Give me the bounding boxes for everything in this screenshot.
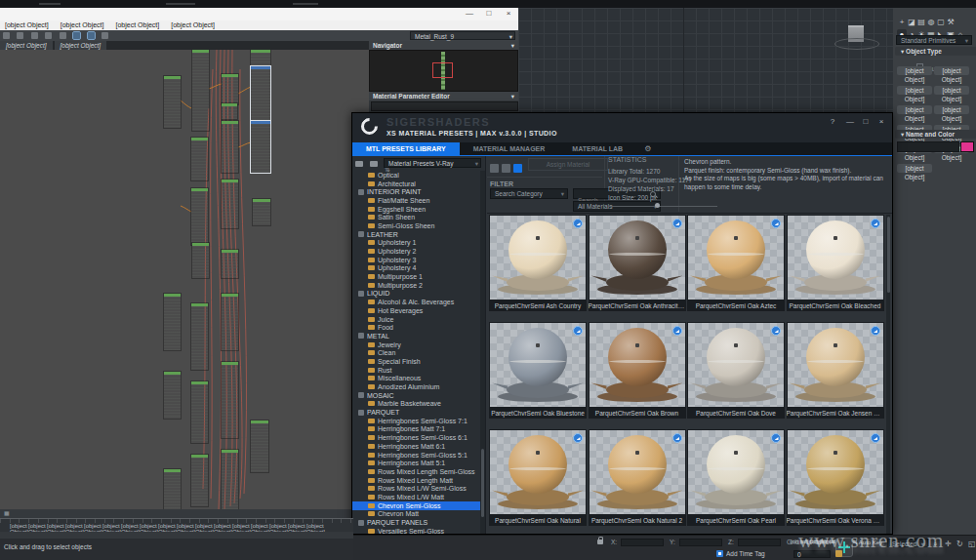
map-node[interactable] — [191, 381, 208, 443]
dialog-minimize-icon[interactable]: — — [843, 117, 857, 127]
tree-row[interactable]: Miscellaneous — [352, 375, 480, 383]
parameter-editor-header[interactable]: Material Parameter Editor▾ — [369, 92, 518, 100]
map-node[interactable] — [191, 303, 208, 370]
material-thumbnail[interactable] — [787, 322, 884, 408]
tree-row[interactable]: Special Finish — [352, 357, 480, 366]
slate-menu-item[interactable]: [object Object] — [171, 20, 215, 30]
primitive-button[interactable]: [object Object] — [897, 66, 932, 75]
tree-row[interactable]: Versailles Semi-Gloss — [352, 527, 480, 534]
material-thumbnail[interactable] — [589, 429, 686, 515]
show-map-icon[interactable] — [45, 32, 52, 39]
collapse-folders-icon[interactable] — [355, 161, 363, 167]
slate-minimize-icon[interactable]: — — [460, 8, 479, 19]
tree-row[interactable]: Herringbones Matt 5:1 — [352, 459, 480, 467]
map-node[interactable] — [222, 450, 238, 509]
map-node[interactable] — [191, 188, 208, 245]
tree-row[interactable]: Anodized Aluminium — [352, 382, 480, 391]
node-canvas[interactable] — [0, 50, 369, 509]
material-cell[interactable]: ParquetChvrSemi Oak Dove — [687, 322, 785, 419]
list-view-icon[interactable] — [502, 164, 510, 173]
slate-titlebar[interactable]: × □ — — [0, 8, 518, 20]
tree-scrollbar-thumb[interactable] — [481, 449, 484, 517]
tree-row[interactable]: Rows Mixed Length Matt — [352, 476, 480, 485]
tree-row[interactable]: Herringbones Semi-Gloss 5:1 — [352, 451, 480, 460]
x-coordinate-field[interactable] — [621, 539, 664, 546]
tree-row[interactable]: Herringbones Matt 6:1 — [352, 442, 480, 451]
material-node[interactable] — [251, 121, 270, 173]
tree-row[interactable]: Chevron Semi-Gloss — [352, 501, 480, 510]
material-thumbnail[interactable] — [489, 429, 587, 515]
grid-view-icon[interactable] — [490, 164, 499, 173]
material-cell[interactable]: ParquetChvrSemi Oak Bluestone — [489, 322, 587, 419]
assign-material-button[interactable]: Assign Material — [528, 158, 608, 171]
tree-row[interactable]: Juice — [352, 315, 480, 324]
icon-size-slider-thumb[interactable] — [655, 203, 660, 208]
search-category-dropdown[interactable]: Search Category▾ — [490, 188, 568, 199]
tree-row[interactable]: METAL — [352, 332, 480, 340]
slate-material-dropdown[interactable]: Metal_Rust_9▾ — [410, 31, 515, 40]
tree-row[interactable]: Upholstery 4 — [352, 264, 480, 273]
material-cell[interactable]: ParquetChvrSemi Oak Pearl — [687, 429, 785, 526]
tree-row[interactable]: Multipurpose 2 — [352, 281, 480, 290]
tree-row[interactable]: LIQUID — [352, 290, 480, 299]
scene-object-plane[interactable] — [834, 38, 879, 50]
tree-row[interactable]: Herringbones Matt 7:1 — [352, 425, 480, 434]
assign-mode-icon[interactable] — [513, 164, 522, 173]
icon-size-slider[interactable] — [608, 206, 717, 207]
map-node[interactable] — [253, 199, 270, 225]
material-thumbnail[interactable] — [787, 215, 884, 300]
map-node[interactable] — [251, 420, 268, 472]
dialog-tab[interactable]: MATERIAL LAB — [558, 142, 636, 155]
tree-row[interactable]: Multipurpose 1 — [352, 272, 480, 281]
add-time-tag-label[interactable]: Add Time Tag — [726, 550, 765, 557]
material-thumbnail[interactable] — [489, 322, 587, 408]
tree-row[interactable]: Hot Beverages — [352, 306, 480, 315]
map-node[interactable] — [222, 103, 237, 119]
map-node[interactable] — [164, 294, 181, 350]
tree-row[interactable]: Clean — [352, 348, 480, 357]
map-node[interactable] — [192, 243, 209, 278]
tree-row[interactable]: Herringbones Semi-Gloss 7:1 — [352, 417, 480, 425]
tree-row[interactable]: Flat/Matte Sheen — [352, 196, 480, 205]
material-cell[interactable]: ParquetChvrSemi Oak Anthracite Gray — [589, 215, 686, 311]
map-node[interactable] — [164, 372, 181, 419]
primitive-button[interactable]: [object Object] — [897, 86, 932, 95]
dialog-tab[interactable]: MATERIAL MANAGER — [460, 142, 559, 155]
material-cell[interactable]: ParquetChvrSemi Ash Country — [489, 215, 587, 311]
material-cell[interactable]: ParquetChvrSemi Oak Bleached — [787, 215, 884, 311]
layout-vertical-icon[interactable] — [73, 32, 80, 39]
z-coordinate-field[interactable] — [738, 539, 781, 546]
material-thumbnail[interactable] — [589, 215, 686, 300]
tree-row[interactable]: Eggshell Sheen — [352, 205, 480, 214]
show-end-result-icon[interactable] — [60, 32, 66, 39]
material-thumbnail[interactable] — [687, 215, 785, 300]
tree-row[interactable]: Rust — [352, 366, 480, 375]
tree-row[interactable]: Semi-Gloss Sheen — [352, 221, 480, 230]
primitive-button[interactable]: [object Object] — [934, 66, 969, 75]
map-node[interactable] — [164, 469, 181, 509]
material-thumbnail[interactable] — [687, 322, 785, 408]
grid-scrollbar-thumb[interactable] — [887, 217, 890, 293]
map-node[interactable] — [222, 294, 238, 350]
map-node[interactable] — [191, 455, 208, 506]
name-color-rollout[interactable]: ▾ Name and Color — [895, 130, 976, 139]
tree-row[interactable]: Satin Sheen — [352, 213, 480, 221]
primitives-dropdown[interactable]: Standard Primitives▾ — [896, 35, 972, 45]
orbit-icon[interactable]: ↻ — [956, 540, 963, 548]
primitive-button[interactable]: [object Object] — [934, 105, 969, 114]
tree-row[interactable]: Rows Mixed Length Semi-Gloss — [352, 467, 480, 476]
material-cell[interactable]: ParquetChvrSemi Oak Brown — [589, 322, 686, 419]
object-color-swatch[interactable] — [960, 141, 974, 152]
primitive-button[interactable]: [object Object] — [934, 86, 969, 95]
slate-view-tab[interactable]: [object Object] — [55, 41, 107, 50]
map-node[interactable] — [222, 180, 238, 228]
tree-row[interactable]: Optical — [352, 171, 480, 180]
material-cell[interactable]: ParquetChvrSemi Oak Aztec — [687, 215, 785, 311]
tree-row[interactable]: Alcohol & Alc. Beverages — [352, 298, 480, 306]
settings-gear-icon[interactable]: ⚙ — [636, 142, 651, 155]
material-id-icon[interactable] — [102, 32, 108, 39]
tree-row[interactable]: Chevron Matt — [352, 510, 480, 519]
tree-row[interactable]: Food — [352, 323, 480, 332]
minimap-view-rect[interactable] — [432, 62, 453, 78]
move-tool-icon[interactable] — [17, 32, 23, 39]
